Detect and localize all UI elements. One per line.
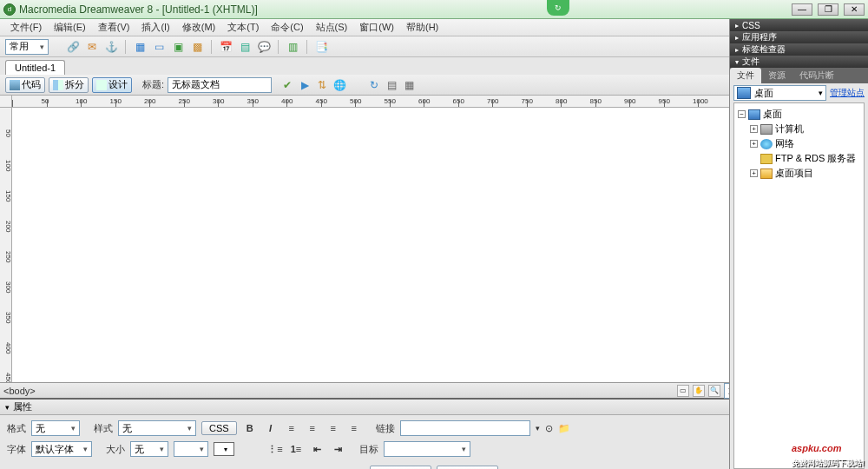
css-panel-header[interactable]: CSS xyxy=(730,19,868,31)
vertical-ruler: 50100150200250300350400450 xyxy=(0,108,12,382)
menu-command[interactable]: 命令(C) xyxy=(266,19,308,36)
tree-row[interactable]: +网络 xyxy=(738,136,860,151)
minimize-button[interactable]: — xyxy=(792,3,812,16)
preview-icon[interactable]: 🌐 xyxy=(332,78,346,92)
style-combo[interactable]: 无 xyxy=(118,420,196,436)
indent-button[interactable]: ⇥ xyxy=(330,441,345,457)
server-include-icon[interactable]: ▤ xyxy=(238,40,252,54)
align-right-button[interactable]: ≡ xyxy=(326,420,341,436)
visual-aids-icon[interactable]: ▦ xyxy=(402,78,416,92)
tag-selector[interactable]: <body> xyxy=(3,386,36,396)
close-button[interactable]: ✕ xyxy=(844,3,865,16)
side-panel-group: CSS 应用程序 标签检查器 文件 文件 资源 代码片断 桌面 管理站点 −桌面… xyxy=(729,19,868,469)
menu-view[interactable]: 查看(V) xyxy=(93,19,135,36)
text-color-picker[interactable] xyxy=(214,442,234,456)
link-input[interactable] xyxy=(400,420,530,436)
tag-inspector-panel-header[interactable]: 标签检查器 xyxy=(730,43,868,56)
menu-help[interactable]: 帮助(H) xyxy=(401,19,444,36)
document-tab[interactable]: Untitled-1 xyxy=(5,60,65,75)
refresh-icon[interactable]: ↻ xyxy=(367,78,381,92)
select-tool-icon[interactable]: ▭ xyxy=(677,385,689,397)
files-tab[interactable]: 文件 xyxy=(730,68,761,83)
validate-icon[interactable]: ▶ xyxy=(298,78,312,92)
ruler-corner xyxy=(0,96,12,108)
zoom-tool-icon[interactable]: 🔍 xyxy=(708,385,720,397)
comment-icon[interactable]: 💬 xyxy=(257,40,271,54)
date-icon[interactable]: 📅 xyxy=(219,40,233,54)
anchor-icon[interactable]: ⚓ xyxy=(104,40,118,54)
menu-edit[interactable]: 编辑(E) xyxy=(49,19,91,36)
collapse-icon[interactable]: − xyxy=(738,110,746,118)
expand-icon[interactable]: + xyxy=(750,169,758,177)
italic-button[interactable]: I xyxy=(263,420,279,436)
unordered-list-button[interactable]: ⋮≡ xyxy=(267,441,283,457)
application-panel-header[interactable]: 应用程序 xyxy=(730,31,868,43)
split-view-button[interactable]: 拆分 xyxy=(49,77,89,93)
point-to-file-icon[interactable]: ⊙ xyxy=(545,423,553,434)
font-combo[interactable]: 默认字体 xyxy=(31,441,92,457)
manage-sites-link[interactable]: 管理站点 xyxy=(830,87,865,99)
browse-folder-icon[interactable]: 📁 xyxy=(558,423,570,434)
css-button[interactable]: CSS xyxy=(201,421,237,435)
menu-window[interactable]: 窗口(W) xyxy=(354,19,399,36)
image-icon[interactable]: ▣ xyxy=(171,40,185,54)
link-label: 链接 xyxy=(376,422,395,435)
div-icon[interactable]: ▭ xyxy=(152,40,166,54)
separator xyxy=(211,40,212,54)
email-link-icon[interactable]: ✉ xyxy=(85,40,99,54)
expand-icon[interactable]: + xyxy=(750,140,758,148)
menu-file[interactable]: 文件(F) xyxy=(5,19,47,36)
no-browser-check-icon[interactable]: ✔ xyxy=(280,78,294,92)
tree-row[interactable]: +桌面项目 xyxy=(738,166,860,181)
link-dropdown-icon[interactable]: ▾ xyxy=(536,424,540,433)
snippets-tab[interactable]: 代码片断 xyxy=(792,68,841,83)
files-panel-header[interactable]: 文件 xyxy=(730,56,868,68)
format-combo[interactable]: 无 xyxy=(31,420,80,436)
menu-text[interactable]: 文本(T) xyxy=(222,19,264,36)
tree-row[interactable]: +计算机 xyxy=(738,122,860,136)
app-logo-icon: d xyxy=(3,3,16,16)
maximize-button[interactable]: ❐ xyxy=(818,3,838,16)
templates-icon[interactable]: ▥ xyxy=(286,40,299,54)
size-combo[interactable]: 无 xyxy=(130,441,168,457)
network-icon xyxy=(760,139,773,149)
code-view-button[interactable]: 代码 xyxy=(5,77,45,93)
bold-button[interactable]: B xyxy=(242,420,258,436)
font-label: 字体 xyxy=(7,443,26,456)
separator xyxy=(306,40,307,54)
file-management-icon[interactable]: ⇅ xyxy=(315,78,329,92)
center-pill-icon[interactable]: ↻ xyxy=(547,0,569,16)
desktop-icon xyxy=(748,109,760,120)
separator xyxy=(278,40,279,54)
outdent-button[interactable]: ⇤ xyxy=(309,441,325,457)
menu-insert[interactable]: 插入(I) xyxy=(136,19,174,36)
align-justify-button[interactable]: ≡ xyxy=(346,420,362,436)
table-icon[interactable]: ▦ xyxy=(133,40,147,54)
list-items-button: 列表项目... xyxy=(437,466,498,469)
folder-icon xyxy=(760,168,773,179)
hand-tool-icon[interactable]: ✋ xyxy=(693,385,705,397)
assets-tab[interactable]: 资源 xyxy=(761,68,792,83)
design-view-button[interactable]: 设计 xyxy=(92,77,132,93)
menu-modify[interactable]: 修改(M) xyxy=(177,19,221,36)
media-icon[interactable]: ▩ xyxy=(190,40,204,54)
page-properties-button[interactable]: 页面属性... xyxy=(370,466,431,469)
tree-row[interactable]: −桌面 xyxy=(738,107,860,122)
view-options-icon[interactable]: ▤ xyxy=(385,78,398,92)
align-left-button[interactable]: ≡ xyxy=(284,420,299,436)
hyperlink-icon[interactable]: 🔗 xyxy=(66,40,80,54)
computer-icon xyxy=(760,124,773,135)
tree-row[interactable]: FTP & RDS 服务器 xyxy=(738,151,860,166)
files-tree[interactable]: −桌面 +计算机 +网络 FTP & RDS 服务器 +桌面项目 xyxy=(733,102,865,469)
insert-category-combo[interactable]: 常用 xyxy=(5,39,49,55)
size-unit-combo[interactable] xyxy=(174,441,208,457)
ordered-list-button[interactable]: 1≡ xyxy=(288,441,304,457)
expand-icon[interactable]: + xyxy=(750,125,758,133)
style-label: 样式 xyxy=(94,422,113,435)
document-title-input[interactable] xyxy=(168,77,272,93)
tag-chooser-icon[interactable]: 📑 xyxy=(314,40,328,54)
site-combo[interactable]: 桌面 xyxy=(733,85,826,101)
align-center-button[interactable]: ≡ xyxy=(305,420,320,436)
target-combo[interactable] xyxy=(384,441,470,457)
menu-site[interactable]: 站点(S) xyxy=(311,19,353,36)
